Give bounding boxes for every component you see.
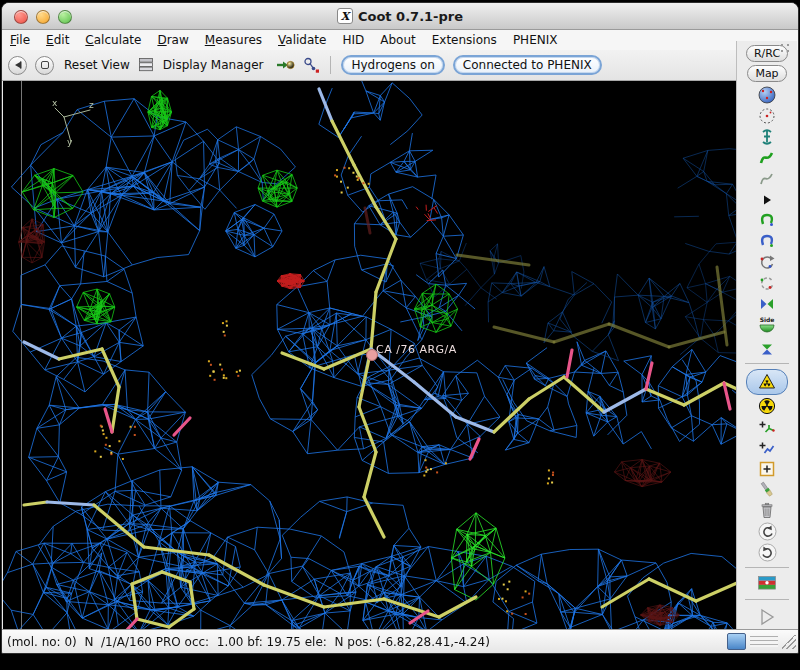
recentre-target-icon xyxy=(758,107,776,125)
toolbar-separator xyxy=(330,56,331,74)
collapse-toolbar-button[interactable] xyxy=(8,56,27,75)
side-toolbar: R/RC Map xyxy=(736,41,797,630)
density-scene[interactable] xyxy=(3,81,737,631)
menu-phenix[interactable]: PHENIX xyxy=(513,33,558,47)
difference-map-blob-button-active[interactable] xyxy=(746,369,788,395)
menu-calculate[interactable]: Calculate xyxy=(85,33,141,47)
ligand-flag-button[interactable] xyxy=(757,572,777,596)
expand-play-icon xyxy=(757,607,777,627)
screen: X Coot 0.7.1-pre FileEditCalculateDrawMe… xyxy=(0,0,800,670)
menu-file[interactable]: File xyxy=(10,33,30,47)
view-sphere-button[interactable] xyxy=(758,85,776,106)
menu-draw[interactable]: Draw xyxy=(157,33,188,47)
jed-flip-button[interactable] xyxy=(758,338,776,359)
separator xyxy=(745,567,789,568)
reset-view-button[interactable]: Reset View xyxy=(64,58,130,72)
window-title: Coot 0.7.1-pre xyxy=(358,9,463,24)
menu-bar: FileEditCalculateDrawMeasuresValidateHID… xyxy=(2,30,798,50)
axis-y-label: y xyxy=(67,137,72,147)
warning-trefoil-icon xyxy=(758,373,776,390)
title-bar[interactable]: X Coot 0.7.1-pre xyxy=(2,3,798,30)
menu-extensions[interactable]: Extensions xyxy=(432,33,497,47)
undo-icon xyxy=(758,522,777,541)
atom-label: CA /76 ARG/A xyxy=(376,343,457,356)
menu-validate[interactable]: Validate xyxy=(278,33,326,47)
trash-icon xyxy=(758,501,776,520)
side-chain-180-icon xyxy=(758,323,776,335)
brush-icon xyxy=(758,481,776,499)
rigid-body-icon xyxy=(758,170,776,188)
status-text: (mol. no: 0) N /1/A/160 PRO occ: 1.00 bf… xyxy=(2,635,490,649)
window-title-area: X Coot 0.7.1-pre xyxy=(2,3,798,29)
go-to-atom-icon[interactable] xyxy=(275,57,295,73)
gl-canvas[interactable]: x z y CA /76 ARG/A xyxy=(3,81,737,631)
recentre-button[interactable] xyxy=(758,106,776,127)
place-atom-icon xyxy=(758,460,776,478)
rigid-body-fit-button[interactable] xyxy=(758,168,776,189)
flip-peptide-icon xyxy=(758,295,776,313)
refine-anchor-icon xyxy=(758,128,776,146)
real-space-refine-button[interactable] xyxy=(758,127,776,148)
edit-chi-angles-icon xyxy=(758,253,776,271)
status-scrollbar-thumb[interactable] xyxy=(727,633,746,650)
redo-button[interactable] xyxy=(758,542,777,563)
square-icon xyxy=(41,61,49,69)
auto-fit-rotamer-icon xyxy=(758,211,776,229)
coot-window: X Coot 0.7.1-pre FileEditCalculateDrawMe… xyxy=(1,2,799,654)
undo-button[interactable] xyxy=(758,521,777,542)
auto-fit-rotamer-button[interactable] xyxy=(758,210,776,231)
delete-item-button[interactable] xyxy=(758,500,776,521)
view-sphere-icon xyxy=(758,86,776,104)
menu-hid[interactable]: HID xyxy=(342,33,364,47)
jed-flip-icon xyxy=(758,340,776,358)
play-triangle-icon xyxy=(760,193,774,207)
menu-about[interactable]: About xyxy=(380,33,415,47)
torsion-general-button[interactable] xyxy=(758,273,776,294)
flag-icon xyxy=(757,575,777,592)
molecule-icon[interactable] xyxy=(303,57,320,74)
main-toolbar: Reset View Display Manager Hydrogens on … xyxy=(2,50,736,81)
place-atom-button[interactable] xyxy=(758,458,776,479)
torsion-general-icon xyxy=(758,274,776,292)
menu-edit[interactable]: Edit xyxy=(46,33,69,47)
phenix-connection-button[interactable]: Connected to PHENIX xyxy=(453,55,602,75)
clear-brush-button[interactable] xyxy=(758,479,776,500)
redo-icon xyxy=(758,543,777,562)
hydrogens-toggle-button[interactable]: Hydrogens on xyxy=(341,55,444,75)
add-alt-conf-icon xyxy=(758,439,776,457)
expand-toolbar-button[interactable] xyxy=(757,604,777,630)
separator xyxy=(745,599,789,600)
rotamer-icon xyxy=(758,232,776,250)
display-manager-button[interactable]: Display Manager xyxy=(163,58,264,72)
axis-x-label: x xyxy=(52,98,57,108)
separator xyxy=(745,363,789,364)
edit-chi-angles-button[interactable] xyxy=(758,252,776,273)
display-manager-icon xyxy=(138,57,155,73)
add-terminal-residue-icon xyxy=(758,418,776,436)
radiation-blob-button[interactable] xyxy=(758,396,776,417)
regularize-zone-button[interactable] xyxy=(758,148,776,169)
axis-z-label: z xyxy=(89,100,94,110)
status-bar: (mol. no: 0) N /1/A/160 PRO occ: 1.00 bf… xyxy=(2,629,798,653)
menu-measures[interactable]: Measures xyxy=(205,33,262,47)
side-chain-180-button[interactable]: Side xyxy=(758,314,776,338)
add-terminal-residue-button[interactable] xyxy=(758,417,776,438)
x11-icon: X xyxy=(337,8,353,24)
rotate-translate-button[interactable] xyxy=(760,189,774,210)
flip-peptide-button[interactable] xyxy=(758,293,776,314)
radiation-icon xyxy=(758,397,776,415)
toolbar-grip[interactable] xyxy=(780,43,792,53)
regularize-zone-icon xyxy=(758,149,776,167)
back-arrow-icon xyxy=(13,60,23,70)
add-alt-conf-button[interactable] xyxy=(758,437,776,458)
stop-view-button[interactable] xyxy=(35,56,54,75)
map-button[interactable]: Map xyxy=(747,65,786,82)
window-resize-grip[interactable] xyxy=(782,635,796,649)
status-grip[interactable] xyxy=(750,636,778,647)
rotamer-button[interactable] xyxy=(758,231,776,252)
